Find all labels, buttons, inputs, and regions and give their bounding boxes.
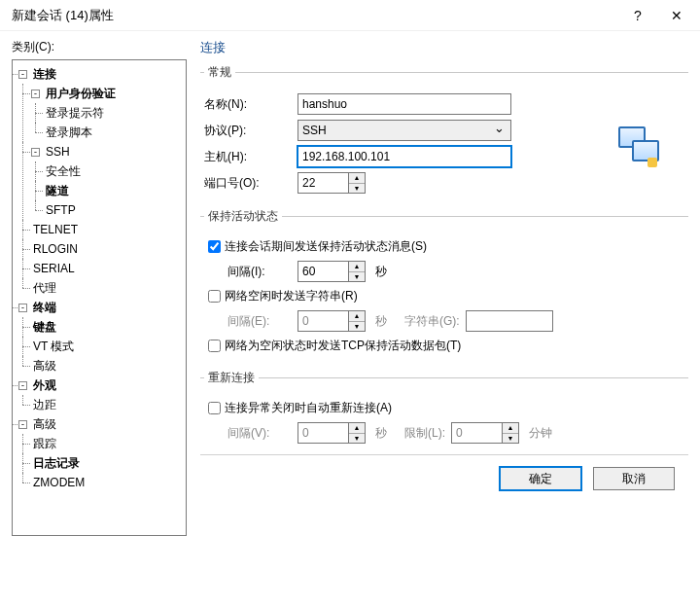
- settings-panel: 连接 常规 名称(N): 协议(P): SSH 主机(H): 端口号(O):: [187, 39, 688, 536]
- category-label: 类别(C):: [12, 39, 187, 55]
- tree-ssh[interactable]: SSH: [44, 145, 72, 159]
- separator: [200, 454, 688, 455]
- tcp-keepalive-label: 网络为空闲状态时发送TCP保持活动数据包(T): [225, 338, 461, 354]
- interval-v-label: 间隔(V):: [204, 425, 298, 442]
- tree-margin[interactable]: 边距: [31, 398, 58, 411]
- general-legend: 常规: [204, 64, 235, 81]
- tree-tunnel[interactable]: 隧道: [44, 184, 71, 197]
- general-group: 常规 名称(N): 协议(P): SSH 主机(H): 端口号(O): ▲▼: [200, 64, 688, 200]
- interval-i-spinner[interactable]: ▲▼: [298, 261, 368, 282]
- tree-vtmode[interactable]: VT 模式: [31, 340, 76, 353]
- tree-appearance[interactable]: 外观: [31, 378, 58, 392]
- tree-logging[interactable]: 日志记录: [31, 456, 82, 470]
- tree-terminal[interactable]: 终端: [31, 301, 58, 314]
- tree-userauth[interactable]: 用户身份验证: [44, 87, 118, 100]
- dialog-buttons: 确定 取消: [200, 459, 688, 492]
- cancel-button[interactable]: 取消: [593, 467, 675, 490]
- dialog-content: 类别(C): -连接 -用户身份验证 登录提示符 登录脚本: [0, 31, 700, 542]
- keepalive-group: 保持活动状态 连接会话期间发送保持活动状态消息(S) 间隔(I): ▲▼ 秒 网…: [200, 208, 688, 362]
- interval-e-spinner[interactable]: ▲▼: [298, 310, 368, 332]
- port-spinner[interactable]: ▲▼: [298, 172, 368, 194]
- tree-sftp[interactable]: SFTP: [44, 203, 78, 217]
- string-input[interactable]: [466, 310, 553, 332]
- tree-keyboard[interactable]: 键盘: [31, 320, 58, 334]
- expand-icon[interactable]: -: [18, 304, 27, 312]
- connection-icon: [618, 126, 659, 167]
- tree-zmodem[interactable]: ZMODEM: [31, 476, 87, 489]
- interval-v-spinner[interactable]: ▲▼: [298, 422, 368, 444]
- host-input[interactable]: [298, 146, 511, 167]
- expand-icon[interactable]: -: [18, 420, 27, 429]
- title-bar: 新建会话 (14)属性 ? ✕: [0, 0, 700, 31]
- limit-label: 限制(L):: [404, 425, 445, 442]
- name-input[interactable]: [298, 93, 511, 115]
- protocol-select[interactable]: SSH: [298, 120, 511, 141]
- tree-loginscript[interactable]: 登录脚本: [44, 125, 94, 139]
- ok-button[interactable]: 确定: [500, 467, 581, 490]
- expand-icon[interactable]: -: [18, 70, 27, 79]
- window-title: 新建会话 (14)属性: [12, 7, 618, 24]
- string-label: 字符串(G):: [404, 313, 460, 330]
- panel-heading: 连接: [200, 39, 688, 56]
- tree-security[interactable]: 安全性: [44, 164, 83, 178]
- help-button[interactable]: ?: [618, 2, 657, 29]
- tree-serial[interactable]: SERIAL: [31, 262, 77, 275]
- sendstring-check-label: 网络空闲时发送字符串(R): [225, 288, 358, 304]
- category-panel: 类别(C): -连接 -用户身份验证 登录提示符 登录脚本: [12, 39, 187, 536]
- tree-proxy[interactable]: 代理: [31, 281, 58, 295]
- spinner-buttons[interactable]: ▲▼: [348, 172, 366, 194]
- reconnect-check-label: 连接异常关闭时自动重新连接(A): [225, 400, 392, 416]
- host-label: 主机(H):: [204, 149, 298, 165]
- tree-loginprompt[interactable]: 登录提示符: [44, 106, 106, 120]
- expand-icon[interactable]: -: [18, 381, 27, 390]
- limit-spinner[interactable]: ▲▼: [451, 422, 521, 444]
- keepalive-legend: 保持活动状态: [204, 208, 282, 225]
- seconds-unit: 秒: [375, 313, 387, 330]
- keepalive-check-label: 连接会话期间发送保持活动状态消息(S): [225, 238, 427, 255]
- name-label: 名称(N):: [204, 96, 298, 113]
- close-button[interactable]: ✕: [657, 2, 696, 29]
- protocol-label: 协议(P):: [204, 123, 298, 139]
- reconnect-group: 重新连接 连接异常关闭时自动重新连接(A) 间隔(V): ▲▼ 秒 限制(L):…: [200, 370, 688, 450]
- tree-connection[interactable]: 连接: [31, 67, 58, 81]
- sendstring-check[interactable]: [208, 290, 221, 303]
- reconnect-check[interactable]: [208, 402, 221, 414]
- tree-rlogin[interactable]: RLOGIN: [31, 242, 80, 256]
- expand-icon[interactable]: -: [31, 148, 40, 157]
- seconds-unit: 秒: [375, 264, 387, 280]
- tree-trace[interactable]: 跟踪: [31, 437, 58, 450]
- reconnect-legend: 重新连接: [204, 370, 259, 386]
- category-tree[interactable]: -连接 -用户身份验证 登录提示符 登录脚本 -SSH 安: [12, 59, 187, 536]
- expand-icon[interactable]: -: [31, 89, 40, 98]
- minutes-unit: 分钟: [529, 425, 552, 442]
- interval-e-label: 间隔(E):: [204, 313, 298, 330]
- seconds-unit: 秒: [375, 425, 387, 442]
- interval-i-label: 间隔(I):: [204, 264, 298, 280]
- tree-advanced[interactable]: 高级: [31, 417, 58, 431]
- tree-advterm[interactable]: 高级: [31, 359, 58, 373]
- keepalive-check[interactable]: [208, 240, 221, 253]
- tcp-keepalive-check[interactable]: [208, 340, 221, 352]
- port-label: 端口号(O):: [204, 175, 298, 192]
- tree-telnet[interactable]: TELNET: [31, 223, 80, 236]
